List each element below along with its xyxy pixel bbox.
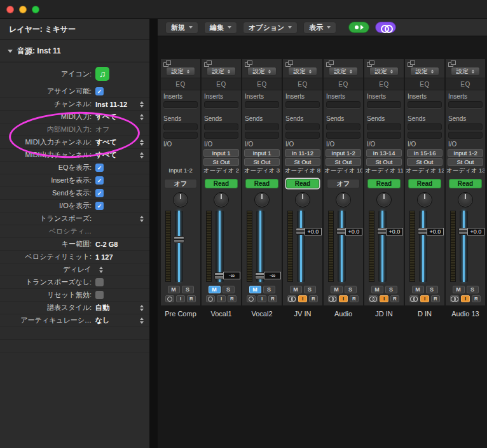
panel-divider[interactable]: [149, 19, 158, 448]
eq-display[interactable]: EQ: [242, 78, 282, 90]
strip-settings-button[interactable]: 設定: [410, 67, 439, 76]
volume-value-box[interactable]: +0.0: [386, 228, 403, 235]
channel-name-label[interactable]: Vocal2: [242, 308, 282, 319]
channel-name-label[interactable]: JD IN: [364, 308, 404, 319]
strip-settings-button[interactable]: 設定: [451, 67, 480, 76]
menu-view[interactable]: 表示: [303, 22, 336, 34]
insert-slot[interactable]: [245, 101, 279, 108]
insert-slot[interactable]: [326, 101, 360, 108]
input-monitor-button[interactable]: I: [461, 295, 470, 302]
send-slot-2[interactable]: [326, 132, 360, 139]
record-enable-button[interactable]: R: [350, 295, 359, 302]
channel-name-label[interactable]: JV IN: [283, 308, 322, 319]
volume-fader[interactable]: [175, 211, 183, 282]
inspector-row-value[interactable]: すべて: [95, 150, 117, 160]
zoom-button[interactable]: [32, 6, 39, 13]
strip-settings-button[interactable]: 設定: [369, 67, 399, 76]
inspector-row-value[interactable]: [95, 278, 104, 286]
send-slot-2[interactable]: [285, 132, 320, 139]
inspector-row-value[interactable]: C-2 G8: [95, 241, 118, 248]
input-select-button[interactable]: In 13-14: [366, 149, 402, 157]
send-slot-1[interactable]: [285, 123, 320, 130]
strip-settings-button[interactable]: 設定: [329, 67, 358, 76]
fader-cap[interactable]: [174, 236, 184, 243]
input-select-button[interactable]: In 11-12: [285, 149, 320, 157]
input-monitor-button[interactable]: I: [298, 295, 307, 302]
output-select-button[interactable]: St Out: [407, 158, 442, 166]
eq-display[interactable]: EQ: [161, 78, 200, 90]
close-button[interactable]: [6, 6, 14, 13]
inspector-row-value[interactable]: Inst 11-12: [95, 101, 127, 108]
solo-button[interactable]: S: [345, 286, 357, 293]
format-button[interactable]: [328, 295, 337, 302]
stepper-control[interactable]: [140, 139, 144, 146]
mute-button[interactable]: M: [249, 286, 261, 293]
inspector-row-value[interactable]: ✓: [95, 189, 104, 197]
input-select-button[interactable]: Input 1-2: [448, 149, 483, 157]
inspector-row-value[interactable]: ✓: [95, 87, 104, 95]
strip-settings-button[interactable]: 設定: [247, 67, 277, 76]
format-button[interactable]: [287, 295, 296, 302]
inspector-row-value[interactable]: [95, 291, 104, 299]
automation-mode-button[interactable]: オフ: [164, 179, 197, 188]
source-header[interactable]: 音源: Inst 11: [0, 40, 149, 62]
solo-button[interactable]: S: [223, 286, 235, 293]
track-icon[interactable]: ♫: [95, 67, 109, 81]
input-select-button[interactable]: In 15-16: [407, 149, 442, 157]
link-button[interactable]: [375, 22, 396, 33]
inspector-row-value[interactable]: ✓: [95, 176, 104, 185]
record-enable-button[interactable]: R: [228, 295, 237, 302]
volume-value-box[interactable]: -∞: [223, 272, 240, 279]
mute-button[interactable]: M: [331, 286, 343, 293]
checkbox-checked[interactable]: ✓: [95, 164, 104, 172]
send-slot-2[interactable]: [448, 132, 483, 139]
channel-name-label[interactable]: Pre Comp: [161, 308, 200, 319]
checkbox-checked[interactable]: ✓: [95, 189, 104, 197]
send-slot-2[interactable]: [408, 132, 442, 139]
output-select-button[interactable]: St Out: [203, 158, 239, 166]
insert-slot[interactable]: [204, 101, 238, 108]
inspector-row-value[interactable]: 自動: [95, 303, 109, 312]
automation-mode-button[interactable]: Read: [367, 179, 401, 188]
send-slot-2[interactable]: [163, 132, 198, 139]
insert-slot[interactable]: [367, 101, 401, 108]
pan-knob[interactable]: [376, 192, 392, 207]
menu-edit[interactable]: 編集: [204, 22, 237, 34]
eq-display[interactable]: EQ: [405, 78, 444, 90]
menu-options[interactable]: オプション: [243, 22, 298, 34]
pan-knob[interactable]: [214, 192, 229, 207]
volume-fader[interactable]: [378, 211, 387, 282]
insert-slot[interactable]: [448, 101, 483, 108]
send-slot-1[interactable]: [204, 123, 238, 130]
mute-button[interactable]: M: [371, 286, 383, 293]
input-select-button[interactable]: Input 1: [244, 149, 280, 157]
volume-value-box[interactable]: +0.0: [305, 228, 322, 235]
send-slot-1[interactable]: [163, 123, 198, 130]
solo-button[interactable]: S: [426, 286, 438, 293]
insert-slot[interactable]: [285, 101, 320, 108]
record-enable-button[interactable]: R: [309, 295, 318, 302]
minimize-button[interactable]: [19, 6, 27, 13]
send-slot-2[interactable]: [367, 132, 401, 139]
stepper-control[interactable]: [140, 318, 144, 324]
pan-knob[interactable]: [336, 192, 351, 207]
solo-button[interactable]: S: [385, 286, 397, 293]
input-monitor-button[interactable]: I: [257, 295, 266, 302]
send-slot-1[interactable]: [245, 123, 279, 130]
pan-knob[interactable]: [417, 192, 432, 207]
layer-selector[interactable]: レイヤー: ミキサー: [0, 19, 149, 40]
pan-knob[interactable]: [254, 192, 270, 207]
output-select-button[interactable]: St Out: [448, 158, 483, 166]
channel-name-label[interactable]: Audio: [324, 308, 363, 319]
pan-knob[interactable]: [295, 192, 310, 207]
output-select-button[interactable]: St Out: [366, 158, 402, 166]
output-select-button[interactable]: St Out: [244, 158, 280, 166]
format-button[interactable]: [206, 295, 215, 302]
volume-value-box[interactable]: -∞: [264, 272, 281, 279]
checkbox-unchecked[interactable]: [95, 291, 104, 299]
channel-name-label[interactable]: Audio 13: [446, 308, 485, 319]
checkbox-unchecked[interactable]: [95, 278, 104, 286]
automation-mode-button[interactable]: Read: [449, 179, 482, 188]
record-enable-button[interactable]: R: [472, 295, 481, 302]
stepper-control[interactable]: [140, 152, 144, 158]
